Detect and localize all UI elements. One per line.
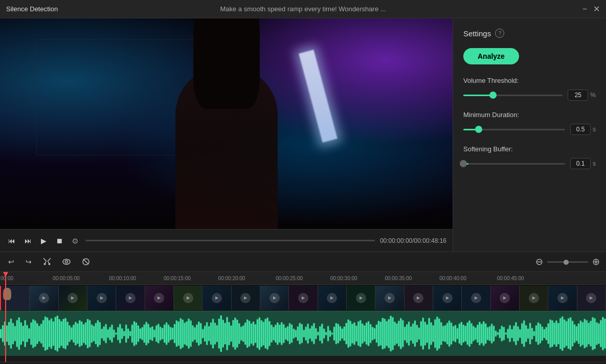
analyze-button[interactable]: Analyze bbox=[463, 48, 519, 64]
minimize-button[interactable]: − bbox=[582, 5, 587, 13]
skip-back-button[interactable]: ⏮ bbox=[6, 235, 17, 247]
redo-button[interactable]: ↪ bbox=[24, 256, 34, 268]
softening-buffer-label: Softening Buffer: bbox=[463, 145, 596, 153]
softening-buffer-unit: s bbox=[593, 160, 596, 167]
volume-threshold-value: 25 % bbox=[568, 89, 596, 101]
svg-line-7 bbox=[83, 259, 88, 264]
svg-line-3 bbox=[48, 261, 50, 264]
volume-threshold-track[interactable] bbox=[463, 95, 563, 96]
softening-buffer-value: 0.1 s bbox=[570, 158, 596, 169]
bottom-bar: Finish and Replace bbox=[0, 362, 606, 364]
main-area: ⏮ ⏭ ▶ ⏹ ⊙ 00:00:00:00/00:00:48:16 Settin… bbox=[0, 18, 606, 252]
clip-17[interactable]: ▶ bbox=[491, 286, 520, 310]
clip-19[interactable]: ▶ bbox=[548, 286, 577, 310]
minimum-duration-label: Minimum Duration: bbox=[463, 111, 596, 119]
close-button[interactable]: ✕ bbox=[593, 5, 600, 13]
waveform-row bbox=[0, 311, 606, 356]
clip-9[interactable]: ▶ bbox=[260, 286, 289, 310]
minimum-duration-thumb[interactable] bbox=[475, 126, 482, 133]
clips-row[interactable]: ▶ ▶ ▶ ▶ ▶ ▶ ▶ ▶ ▶ ▶ ▶ ▶ bbox=[0, 284, 606, 311]
minimum-duration-section: Minimum Duration: 0.5 s bbox=[463, 111, 596, 135]
timeline-area[interactable]: 00:00 00:00:05:00 00:00:10:00 00:00:15:0… bbox=[0, 272, 606, 362]
clip-3[interactable]: ▶ bbox=[87, 286, 116, 310]
svg-line-0 bbox=[43, 258, 47, 261]
ruler-mark-6: 00:00:30:00 bbox=[330, 272, 357, 284]
ruler-mark-8: 00:00:40:00 bbox=[439, 272, 466, 284]
softening-buffer-slider-row: 0.1 s bbox=[463, 158, 596, 169]
mask-button[interactable] bbox=[80, 256, 92, 268]
subtitle: Make a smooth speed ramp every time! Won… bbox=[220, 5, 386, 13]
clip-8[interactable]: ▶ bbox=[232, 286, 260, 310]
minimum-duration-unit: s bbox=[593, 126, 596, 133]
help-icon[interactable]: ? bbox=[495, 29, 504, 38]
volume-threshold-thumb[interactable] bbox=[489, 92, 497, 99]
softening-buffer-section: Softening Buffer: 0.1 s bbox=[463, 145, 596, 169]
clip-20[interactable]: ▶ bbox=[577, 286, 606, 310]
play-button[interactable]: ▶ bbox=[39, 235, 49, 247]
settings-header: Settings ? bbox=[463, 29, 596, 38]
video-panel: ⏮ ⏭ ▶ ⏹ ⊙ 00:00:00:00/00:00:48:16 bbox=[0, 18, 453, 252]
time-display: 00:00:00:00/00:00:48:16 bbox=[380, 237, 446, 244]
eye-button[interactable] bbox=[60, 257, 73, 267]
clip-10[interactable]: ▶ bbox=[289, 286, 318, 310]
clip-5[interactable]: ▶ bbox=[145, 286, 174, 310]
clip-12[interactable]: ▶ bbox=[347, 286, 375, 310]
ruler-mark-9: 00:00:45:00 bbox=[497, 272, 524, 284]
step-back-button[interactable]: ⏭ bbox=[23, 235, 34, 247]
window-title: Silence Detection bbox=[6, 5, 58, 13]
volume-threshold-number[interactable]: 25 bbox=[568, 89, 588, 101]
minimum-duration-track[interactable] bbox=[463, 129, 565, 130]
playhead[interactable] bbox=[5, 272, 6, 362]
video-container[interactable] bbox=[0, 18, 453, 229]
softening-buffer-number[interactable]: 0.1 bbox=[570, 158, 591, 169]
svg-line-2 bbox=[45, 261, 47, 264]
ruler-mark-2: 00:00:10:00 bbox=[109, 272, 136, 284]
waveform-canvas bbox=[0, 311, 606, 356]
ruler-mark-7: 00:00:35:00 bbox=[385, 272, 412, 284]
ruler-mark-4: 00:00:20:00 bbox=[218, 272, 245, 284]
clip-16[interactable]: ▶ bbox=[462, 286, 490, 310]
minimum-duration-value: 0.5 s bbox=[570, 124, 596, 135]
clip-0[interactable] bbox=[0, 286, 30, 310]
volume-threshold-slider-row: 25 % bbox=[463, 89, 596, 101]
zoom-in-button[interactable]: ⊕ bbox=[592, 257, 600, 266]
clip-7[interactable]: ▶ bbox=[203, 286, 231, 310]
settings-title: Settings bbox=[463, 29, 491, 38]
clip-4[interactable]: ▶ bbox=[116, 286, 145, 310]
titlebar: Silence Detection Make a smooth speed ra… bbox=[0, 0, 606, 18]
timeline-ruler: 00:00 00:00:05:00 00:00:10:00 00:00:15:0… bbox=[0, 272, 606, 284]
undo-button[interactable]: ↩ bbox=[6, 256, 16, 268]
volume-threshold-label: Volume Threshold: bbox=[463, 77, 596, 84]
cut-button[interactable] bbox=[41, 256, 53, 268]
softening-buffer-thumb[interactable] bbox=[460, 160, 467, 167]
ruler-mark-1: 00:00:05:00 bbox=[53, 272, 80, 284]
softening-buffer-track[interactable] bbox=[463, 163, 565, 165]
zoom-dot bbox=[564, 260, 569, 265]
ruler-mark-5: 00:00:25:00 bbox=[276, 272, 303, 284]
video-preview bbox=[0, 18, 453, 229]
svg-line-1 bbox=[48, 258, 51, 261]
zoom-slider[interactable] bbox=[547, 261, 588, 263]
clip-15[interactable]: ▶ bbox=[433, 286, 462, 310]
svg-point-5 bbox=[65, 261, 68, 263]
zoom-out-button[interactable]: ⊖ bbox=[535, 257, 543, 266]
clip-18[interactable]: ▶ bbox=[520, 286, 548, 310]
svg-point-4 bbox=[63, 259, 70, 264]
ruler-mark-3: 00:00:15:00 bbox=[164, 272, 191, 284]
loop-button[interactable]: ⊙ bbox=[70, 235, 80, 247]
settings-panel: Settings ? Analyze Volume Threshold: 25 … bbox=[453, 18, 606, 252]
minimum-duration-fill bbox=[463, 129, 479, 130]
clip-11[interactable]: ▶ bbox=[318, 286, 347, 310]
toolbar: ↩ ↪ ⊖ ⊕ bbox=[0, 252, 606, 272]
stop-button[interactable]: ⏹ bbox=[54, 235, 65, 247]
volume-threshold-section: Volume Threshold: 25 % bbox=[463, 77, 596, 101]
clip-2[interactable]: ▶ bbox=[59, 286, 87, 310]
minimum-duration-slider-row: 0.5 s bbox=[463, 124, 596, 135]
clip-14[interactable]: ▶ bbox=[405, 286, 433, 310]
clip-13[interactable]: ▶ bbox=[375, 286, 404, 310]
clip-1[interactable]: ▶ bbox=[30, 286, 58, 310]
volume-threshold-unit: % bbox=[590, 92, 596, 99]
progress-bar[interactable] bbox=[85, 240, 375, 241]
clip-6[interactable]: ▶ bbox=[174, 286, 203, 310]
minimum-duration-number[interactable]: 0.5 bbox=[570, 124, 591, 135]
